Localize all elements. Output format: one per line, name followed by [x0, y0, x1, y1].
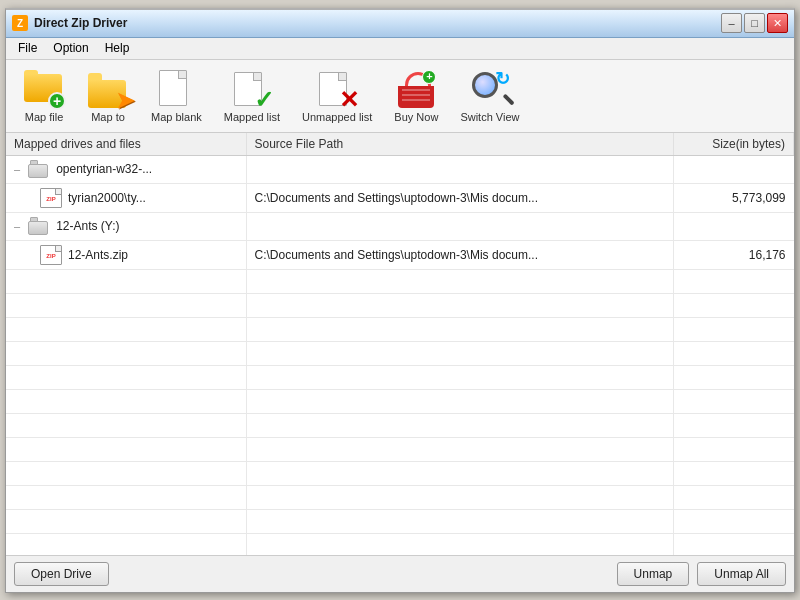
unmap-button[interactable]: Unmap	[617, 562, 690, 586]
row-name: 12-Ants.zip	[68, 248, 128, 262]
col-path: Source File Path	[246, 133, 674, 156]
status-left: Open Drive	[14, 562, 109, 586]
title-bar: Z Direct Zip Driver – □ ✕	[6, 10, 794, 38]
map-file-icon: +	[24, 69, 64, 109]
minimize-button[interactable]: –	[721, 13, 742, 33]
title-controls: – □ ✕	[721, 13, 788, 33]
file-table-container[interactable]: Mapped drives and files Source File Path…	[6, 133, 794, 555]
row-name: opentyrian-w32-...	[56, 162, 152, 176]
row-name: 12-Ants (Y:)	[56, 219, 119, 233]
main-window: Z Direct Zip Driver – □ ✕ File Option He…	[5, 8, 795, 593]
map-blank-label: Map blank	[151, 111, 202, 123]
unmap-all-button[interactable]: Unmap All	[697, 562, 786, 586]
row-path	[246, 155, 674, 183]
menu-help[interactable]: Help	[97, 39, 138, 57]
drive-icon	[28, 160, 50, 178]
row-size	[674, 212, 794, 240]
row-path: C:\Documents and Settings\uptodown-3\Mis…	[246, 240, 674, 269]
row-size: 5,773,099	[674, 183, 794, 212]
unmapped-list-button[interactable]: ✕ Unmapped list	[293, 64, 381, 128]
map-file-label: Map file	[25, 111, 64, 123]
switch-view-button[interactable]: ↻ Switch View	[451, 64, 528, 128]
empty-row	[6, 341, 794, 365]
empty-row	[6, 365, 794, 389]
row-name-cell: ZIP tyrian2000\ty...	[14, 188, 238, 208]
menu-file[interactable]: File	[10, 39, 45, 57]
mapped-list-button[interactable]: ✓ Mapped list	[215, 64, 289, 128]
table-row[interactable]: – opentyrian-w32-...	[6, 155, 794, 183]
close-button[interactable]: ✕	[767, 13, 788, 33]
row-name: tyrian2000\ty...	[68, 191, 146, 205]
map-to-button[interactable]: ➤ Map to	[78, 64, 138, 128]
zip-file-icon: ZIP	[40, 245, 62, 265]
table-row[interactable]: ZIP tyrian2000\ty... C:\Documents and Se…	[6, 183, 794, 212]
status-right: Unmap Unmap All	[617, 562, 786, 586]
unmapped-list-label: Unmapped list	[302, 111, 372, 123]
row-name-cell: – 12-Ants (Y:)	[14, 217, 238, 235]
menu-bar: File Option Help	[6, 38, 794, 60]
switch-view-icon: ↻	[470, 69, 510, 109]
map-blank-button[interactable]: Map blank	[142, 64, 211, 128]
empty-row	[6, 485, 794, 509]
empty-row	[6, 293, 794, 317]
row-size	[674, 155, 794, 183]
empty-row	[6, 461, 794, 485]
open-drive-button[interactable]: Open Drive	[14, 562, 109, 586]
content-area: Mapped drives and files Source File Path…	[6, 133, 794, 555]
switch-view-label: Switch View	[460, 111, 519, 123]
col-name: Mapped drives and files	[6, 133, 246, 156]
row-size: 16,176	[674, 240, 794, 269]
row-name-cell: – opentyrian-w32-...	[14, 160, 238, 178]
unmapped-list-icon: ✕	[317, 69, 357, 109]
window-title: Direct Zip Driver	[34, 16, 721, 30]
status-bar: Open Drive Unmap Unmap All	[6, 555, 794, 592]
menu-option[interactable]: Option	[45, 39, 96, 57]
toolbar: + Map file ➤ Map to	[6, 60, 794, 133]
row-name-cell: ZIP 12-Ants.zip	[14, 245, 238, 265]
mapped-list-icon: ✓	[232, 69, 272, 109]
empty-row	[6, 269, 794, 293]
app-icon: Z	[12, 15, 28, 31]
empty-row	[6, 317, 794, 341]
empty-row	[6, 389, 794, 413]
table-row[interactable]: – 12-Ants (Y:)	[6, 212, 794, 240]
map-to-icon: ➤	[88, 69, 128, 109]
empty-row	[6, 437, 794, 461]
buy-now-icon: +	[396, 69, 436, 109]
buy-now-label: Buy Now	[394, 111, 438, 123]
zip-file-icon: ZIP	[40, 188, 62, 208]
maximize-button[interactable]: □	[744, 13, 765, 33]
table-row[interactable]: ZIP 12-Ants.zip C:\Documents and Setting…	[6, 240, 794, 269]
empty-row	[6, 413, 794, 437]
buy-now-button[interactable]: + Buy Now	[385, 64, 447, 128]
empty-row	[6, 533, 794, 555]
empty-row	[6, 509, 794, 533]
map-blank-icon	[156, 69, 196, 109]
row-path	[246, 212, 674, 240]
file-table: Mapped drives and files Source File Path…	[6, 133, 794, 555]
row-path: C:\Documents and Settings\uptodown-3\Mis…	[246, 183, 674, 212]
col-size: Size(in bytes)	[674, 133, 794, 156]
map-file-button[interactable]: + Map file	[14, 64, 74, 128]
drive-icon	[28, 217, 50, 235]
